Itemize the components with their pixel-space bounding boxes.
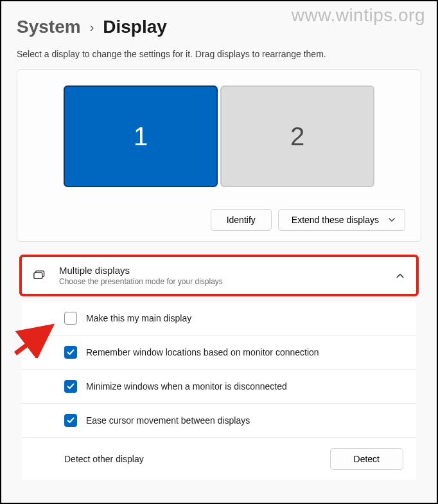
checkbox-ease[interactable]	[64, 414, 77, 427]
check-icon	[66, 382, 75, 391]
option-minimize-disconnected[interactable]: Minimize windows when a monitor is disco…	[22, 370, 416, 404]
detect-button[interactable]: Detect	[330, 448, 403, 470]
option-main-display[interactable]: Make this my main display	[22, 302, 416, 336]
panel-subtitle: Choose the presentation mode for your di…	[59, 277, 223, 286]
monitor-2[interactable]: 2	[220, 86, 374, 187]
chevron-up-icon	[396, 271, 405, 280]
option-label: Ease cursor movement between displays	[86, 415, 250, 426]
option-label: Remember window locations based on monit…	[86, 347, 319, 357]
page-title: Display	[103, 17, 167, 37]
identify-button[interactable]: Identify	[211, 209, 272, 231]
monitor-container[interactable]: 1 2	[33, 86, 405, 187]
multiple-displays-icon	[33, 267, 48, 284]
chevron-right-icon: ›	[90, 20, 94, 35]
detect-label: Detect other display	[64, 454, 144, 464]
monitor-1[interactable]: 1	[64, 86, 218, 187]
chevron-down-icon	[388, 216, 396, 224]
option-detect: Detect other display Detect	[22, 438, 416, 480]
checkbox-minimize[interactable]	[64, 380, 77, 393]
option-remember-locations[interactable]: Remember window locations based on monit…	[22, 336, 416, 370]
checkbox-main-display[interactable]	[64, 312, 77, 325]
svg-rect-1	[34, 273, 42, 278]
panel-title: Multiple displays	[59, 265, 223, 276]
check-icon	[66, 416, 75, 425]
extend-displays-label: Extend these displays	[292, 215, 379, 225]
breadcrumb-parent[interactable]: System	[17, 17, 81, 37]
breadcrumb: System › Display	[17, 17, 421, 37]
checkbox-remember[interactable]	[64, 346, 77, 359]
options-list: Make this my main display Remember windo…	[22, 302, 416, 480]
check-icon	[66, 348, 75, 357]
option-ease-cursor[interactable]: Ease cursor movement between displays	[22, 404, 416, 438]
option-label: Make this my main display	[86, 313, 191, 323]
extend-displays-dropdown[interactable]: Extend these displays	[278, 209, 405, 231]
multiple-displays-panel[interactable]: Multiple displays Choose the presentatio…	[19, 255, 419, 296]
option-label: Minimize windows when a monitor is disco…	[86, 381, 287, 392]
display-arrangement-panel: 1 2 Identify Extend these displays	[17, 69, 421, 242]
instruction-text: Select a display to change the settings …	[17, 49, 421, 59]
